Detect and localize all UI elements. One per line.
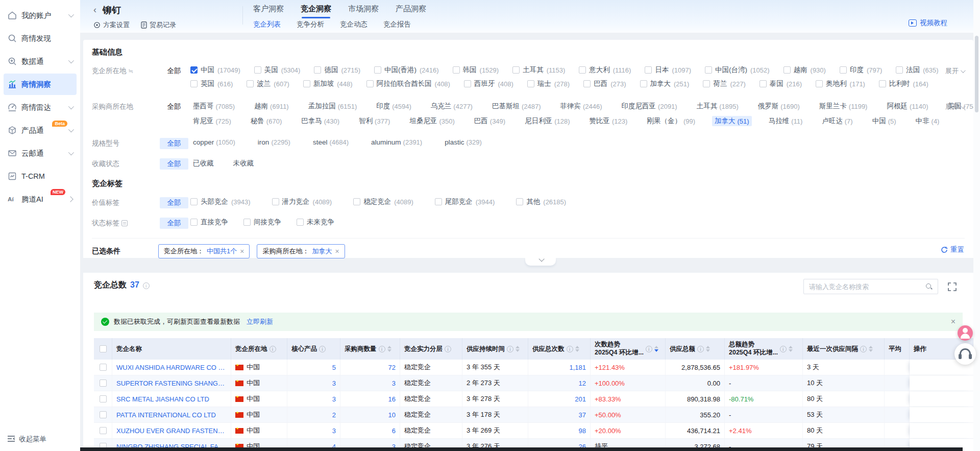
competitor-location-option[interactable]: 德国(2715)	[314, 65, 360, 75]
trade-records-button[interactable]: 贸易记录	[141, 20, 176, 30]
sort-icon[interactable]	[387, 346, 391, 352]
checkbox[interactable]	[297, 219, 304, 226]
buyer-location-option[interactable]: 巴基斯坦(2487)	[489, 101, 544, 111]
row-checkbox[interactable]	[100, 411, 107, 418]
sidebar-item-1[interactable]: 我的账户	[4, 5, 77, 26]
supply-times-value[interactable]: 98	[579, 427, 586, 435]
competitor-location-option[interactable]: 中国(台湾)(1052)	[705, 65, 770, 75]
checkbox[interactable]	[453, 66, 460, 74]
checkbox[interactable]	[516, 198, 523, 205]
checkbox[interactable]	[254, 66, 261, 74]
sidebar-item-7[interactable]: 云邮通	[4, 143, 77, 164]
value-tag-option[interactable]: 稳定竞企(4089)	[353, 197, 413, 206]
competitor-location-option[interactable]: 中国(香港)(2416)	[374, 65, 439, 75]
buyer-location-option[interactable]: 卢旺达(7)	[819, 116, 855, 126]
spec-option[interactable]: plastic(329)	[442, 138, 484, 147]
company-name-link[interactable]: XUZHOU EVER GRAND FASTENERS...	[116, 427, 227, 435]
info-icon[interactable]: i	[507, 346, 513, 352]
search-icon[interactable]	[925, 283, 933, 290]
info-icon[interactable]: i	[319, 346, 326, 352]
buyer-location-option[interactable]: 加拿大(51)	[712, 116, 752, 126]
competitor-location-option[interactable]: 中国(17049)	[190, 65, 240, 75]
checkbox[interactable]	[190, 198, 198, 205]
subtab-3[interactable]: 竞企动态	[340, 20, 368, 29]
buyer-location-option[interactable]: 智利(377)	[356, 116, 393, 126]
tab-3[interactable]: 市场洞察	[348, 4, 379, 18]
core-products-value[interactable]: 3	[332, 379, 336, 387]
buyer-location-option[interactable]: 印度(4594)	[374, 101, 414, 111]
sidebar-item-8[interactable]: T-CRM	[4, 165, 77, 187]
competitor-location-option[interactable]: 越南(930)	[783, 65, 826, 75]
buyer-location-all-button[interactable]: 全部	[160, 101, 188, 112]
checkbox[interactable]	[583, 80, 591, 87]
fullscreen-icon[interactable]	[948, 282, 957, 291]
refresh-now-link[interactable]: 立即刷新	[247, 317, 273, 326]
buyer-location-option[interactable]: 墨西哥(7085)	[190, 101, 237, 111]
info-icon[interactable]: i	[860, 346, 867, 352]
buyer-location-option[interactable]: 印度尼西亚(2091)	[619, 101, 680, 111]
competitor-location-expand[interactable]: 展开	[945, 66, 964, 76]
bottom-scroll-bar[interactable]	[80, 447, 963, 451]
buyer-location-option[interactable]: 孟加拉国(6151)	[306, 101, 360, 111]
video-tutorial-link[interactable]: 视频教程	[909, 18, 947, 28]
column-header-duration[interactable]: 供应持续时间i	[462, 338, 528, 360]
column-header-gap[interactable]: 最近一次供应间隔i	[803, 338, 885, 360]
value-tag-all-button[interactable]: 全部	[160, 197, 188, 208]
row-checkbox[interactable]	[100, 427, 107, 434]
buyer-location-option[interactable]: 巴西(349)	[472, 116, 508, 126]
row-checkbox[interactable]	[100, 364, 107, 371]
checkbox[interactable]	[705, 66, 712, 74]
subtab-4[interactable]: 竞企报告	[383, 20, 411, 29]
column-header-amount_trend[interactable]: 总额趋势2025Q4 环比增...i	[725, 338, 803, 360]
sort-icon[interactable]	[654, 346, 658, 352]
service-avatar-icon[interactable]	[958, 325, 973, 341]
checkbox[interactable]	[190, 80, 198, 87]
competitor-location-option[interactable]: 巴西(273)	[583, 79, 626, 88]
competitor-location-option[interactable]: 印度(797)	[840, 65, 882, 75]
buyer-location-expand[interactable]: 展开	[945, 102, 964, 111]
buyer-location-option[interactable]: 马拉维(11)	[766, 116, 805, 126]
column-header-times_trend[interactable]: 次数趋势2025Q4 环比增...i	[591, 338, 666, 360]
buyer-count-value[interactable]: 3	[392, 379, 396, 387]
info-icon[interactable]: i	[646, 346, 652, 352]
competitor-location-option[interactable]: 阿拉伯联合酋长国(408)	[366, 79, 450, 88]
checkbox[interactable]	[783, 66, 791, 74]
checkbox[interactable]	[527, 80, 534, 87]
checkbox[interactable]	[464, 80, 471, 87]
competitor-location-option[interactable]: 泰国(216)	[760, 79, 802, 88]
checkbox[interactable]	[896, 66, 903, 74]
competitor-location-option[interactable]: 法国(635)	[896, 65, 938, 75]
sidebar-item-9[interactable]: Aí腾道AINEW	[4, 188, 77, 210]
checkbox-checked[interactable]	[190, 66, 198, 74]
sidebar-item-3[interactable]: 数据通	[4, 51, 77, 72]
supply-times-value[interactable]: 201	[575, 395, 586, 403]
core-products-value[interactable]: 2	[332, 411, 336, 419]
info-icon[interactable]: i	[270, 346, 276, 352]
company-name-link[interactable]: SUPERTOR FASTENING SHANGHAI...	[116, 379, 227, 387]
buyer-location-option[interactable]: 刚果（金）(99)	[644, 116, 698, 126]
headset-support-icon[interactable]	[954, 343, 976, 365]
status-tag-option[interactable]: 直接竞争	[190, 218, 228, 227]
company-name-link[interactable]: PATTA INTERNATIONAL CO LTD	[116, 411, 216, 419]
checkbox[interactable]	[579, 66, 586, 74]
row-checkbox[interactable]	[100, 395, 107, 402]
checkbox[interactable]	[879, 80, 886, 87]
notice-close-icon[interactable]: ×	[951, 317, 955, 326]
buyer-location-option[interactable]: 赞比亚(123)	[587, 116, 630, 126]
competitor-location-option[interactable]: 加拿大(251)	[640, 79, 690, 88]
status-tag-option[interactable]: 未来竞争	[297, 218, 334, 227]
checkbox[interactable]	[243, 219, 251, 226]
reset-button[interactable]: 重置	[941, 245, 964, 254]
sidebar-item-5[interactable]: 商情雷达	[4, 97, 77, 118]
buyer-location-option[interactable]: 土耳其(1895)	[694, 101, 741, 111]
favorite-status-option[interactable]: 已收藏	[190, 158, 216, 169]
buyer-location-option[interactable]: 坦桑尼亚(350)	[407, 116, 457, 126]
buyer-location-option[interactable]: 斯里兰卡(1199)	[817, 101, 870, 111]
checkbox[interactable]	[353, 198, 360, 205]
competitor-location-option[interactable]: 意大利(1116)	[579, 65, 631, 75]
checkbox[interactable]	[272, 198, 279, 205]
info-icon[interactable]: i	[567, 346, 573, 352]
core-products-value[interactable]: 5	[332, 364, 336, 371]
chip-remove-icon[interactable]: ×	[240, 247, 244, 255]
buyer-location-option[interactable]: 乌克兰(4277)	[428, 101, 475, 111]
